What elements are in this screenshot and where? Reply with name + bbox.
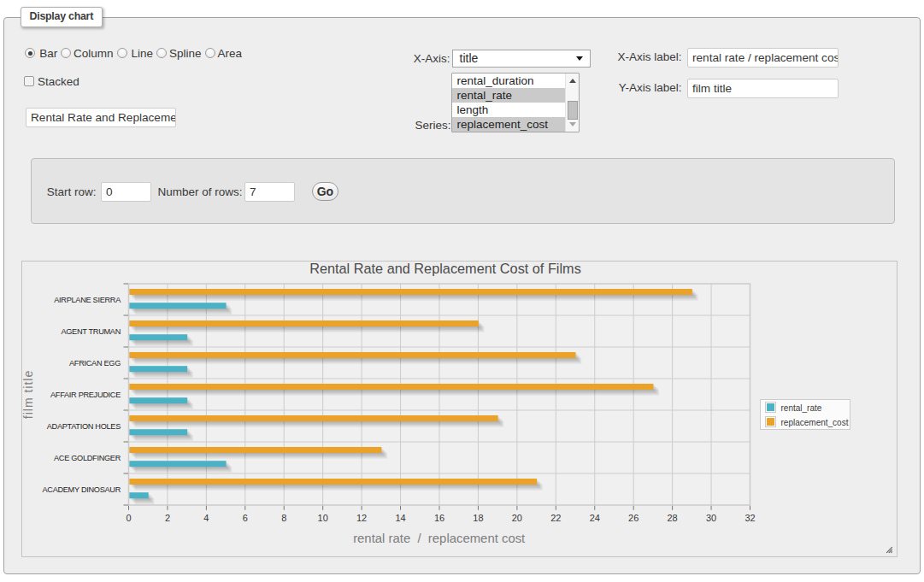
svg-text:AFFAIR PREJUDICE: AFFAIR PREJUDICE xyxy=(50,390,121,398)
svg-text:30: 30 xyxy=(705,512,715,522)
svg-text:ADAPTATION HOLES: ADAPTATION HOLES xyxy=(46,421,120,430)
svg-text:AFRICAN EGG: AFRICAN EGG xyxy=(69,358,121,367)
svg-text:14: 14 xyxy=(395,512,405,522)
svg-text:ACE GOLDFINGER: ACE GOLDFINGER xyxy=(54,453,121,461)
svg-text:6: 6 xyxy=(242,512,247,522)
svg-text:22: 22 xyxy=(550,512,561,522)
svg-text:AGENT TRUMAN: AGENT TRUMAN xyxy=(61,326,121,335)
svg-text:20: 20 xyxy=(511,512,521,522)
svg-text:8: 8 xyxy=(281,512,286,522)
svg-text:32: 32 xyxy=(744,512,755,522)
svg-text:24: 24 xyxy=(589,512,599,522)
svg-text:rental rate / replacement co: rental rate / replacement cost xyxy=(353,532,526,545)
svg-text:28: 28 xyxy=(667,512,677,522)
svg-text:18: 18 xyxy=(473,512,483,522)
svg-text:16: 16 xyxy=(433,512,444,522)
svg-text:0: 0 xyxy=(126,512,131,522)
svg-text:AIRPLANE SIERRA: AIRPLANE SIERRA xyxy=(54,295,121,303)
svg-text:12: 12 xyxy=(356,512,366,522)
svg-text:ACADEMY DINOSAUR: ACADEMY DINOSAUR xyxy=(42,485,121,493)
svg-text:2: 2 xyxy=(164,512,169,522)
svg-text:10: 10 xyxy=(317,512,327,522)
svg-text:26: 26 xyxy=(628,512,639,522)
svg-text:4: 4 xyxy=(203,512,209,522)
svg-text:Rental Rate and Replacement Co: Rental Rate and Replacement Cost of Film… xyxy=(309,262,581,276)
svg-text:film title: film title xyxy=(22,369,35,418)
